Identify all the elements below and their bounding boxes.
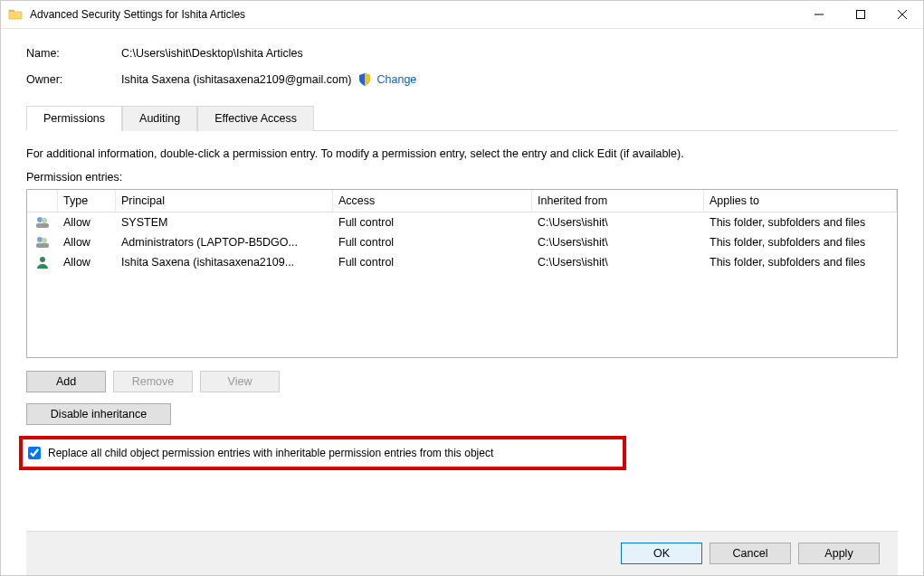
tab-effective-access[interactable]: Effective Access xyxy=(197,106,314,131)
table-row[interactable]: AllowSYSTEMFull controlC:\Users\ishit\Th… xyxy=(27,212,897,232)
instruction-text: For additional information, double-click… xyxy=(26,147,898,160)
replace-child-entries-checkbox[interactable] xyxy=(28,447,41,459)
replace-child-entries-label: Replace all child object permission entr… xyxy=(48,447,493,459)
svg-point-7 xyxy=(37,237,43,242)
svg-rect-1 xyxy=(857,11,865,19)
cell-type: Allow xyxy=(58,256,116,269)
replace-child-entries-highlight: Replace all child object permission entr… xyxy=(19,436,626,470)
cell-access: Full control xyxy=(333,216,532,229)
window-controls xyxy=(798,1,923,28)
minimize-button[interactable] xyxy=(798,1,840,28)
tab-label: Auditing xyxy=(139,112,180,125)
button-label: Add xyxy=(56,375,76,388)
change-owner-link[interactable]: Change xyxy=(377,73,417,86)
disable-inheritance-button[interactable]: Disable inheritance xyxy=(26,403,171,425)
cancel-button[interactable]: Cancel xyxy=(710,543,791,564)
cell-principal: Administrators (LAPTOP-B5DGO... xyxy=(116,236,333,249)
cell-access: Full control xyxy=(333,236,532,249)
svg-rect-6 xyxy=(36,223,49,228)
group-icon xyxy=(27,215,58,230)
window-title: Advanced Security Settings for Ishita Ar… xyxy=(30,8,798,21)
svg-line-2 xyxy=(898,10,907,19)
maximize-button[interactable] xyxy=(840,1,881,28)
button-label: View xyxy=(228,375,252,388)
permission-entries-label: Permission entries: xyxy=(26,171,898,184)
col-applies[interactable]: Applies to xyxy=(704,190,897,212)
view-button: View xyxy=(200,371,280,392)
cell-type: Allow xyxy=(58,236,116,249)
cell-applies: This folder, subfolders and files xyxy=(704,216,897,229)
svg-point-4 xyxy=(37,217,43,222)
shield-icon xyxy=(357,72,372,87)
owner-value: Ishita Saxena (ishitasaxena2109@gmail.co… xyxy=(121,73,352,86)
tabstrip: Permissions Auditing Effective Access xyxy=(26,105,898,131)
add-button[interactable]: Add xyxy=(26,371,106,392)
cell-type: Allow xyxy=(58,216,116,229)
button-label: Apply xyxy=(824,547,853,560)
close-button[interactable] xyxy=(881,1,923,28)
cell-principal: Ishita Saxena (ishitasaxena2109... xyxy=(116,256,333,269)
permission-entries-list[interactable]: Type Principal Access Inherited from App… xyxy=(26,189,898,358)
tab-label: Effective Access xyxy=(214,112,297,125)
tab-auditing[interactable]: Auditing xyxy=(122,106,197,131)
col-inherited[interactable]: Inherited from xyxy=(532,190,704,212)
name-row: Name: C:\Users\ishit\Desktop\Ishita Arti… xyxy=(26,47,898,60)
svg-point-8 xyxy=(42,238,47,243)
cell-inherited: C:\Users\ishit\ xyxy=(532,216,704,229)
tab-label: Permissions xyxy=(43,112,105,125)
table-row[interactable]: AllowAdministrators (LAPTOP-B5DGO...Full… xyxy=(27,232,897,252)
svg-rect-9 xyxy=(36,243,49,248)
owner-row: Owner: Ishita Saxena (ishitasaxena2109@g… xyxy=(26,72,898,87)
name-value: C:\Users\ishit\Desktop\Ishita Articles xyxy=(121,47,303,60)
name-label: Name: xyxy=(26,47,121,60)
svg-point-10 xyxy=(40,257,45,262)
svg-line-3 xyxy=(898,10,907,19)
apply-button[interactable]: Apply xyxy=(798,543,880,564)
ok-button[interactable]: OK xyxy=(621,543,702,564)
cell-access: Full control xyxy=(333,256,532,269)
col-principal[interactable]: Principal xyxy=(116,190,333,212)
cell-inherited: C:\Users\ishit\ xyxy=(532,256,704,269)
table-row[interactable]: AllowIshita Saxena (ishitasaxena2109...F… xyxy=(27,252,897,272)
permission-header-row: Type Principal Access Inherited from App… xyxy=(27,190,897,212)
group-icon xyxy=(27,235,58,250)
permission-buttons: Add Remove View xyxy=(26,371,898,392)
user-icon xyxy=(27,255,58,269)
dialog-body: Name: C:\Users\ishit\Desktop\Ishita Arti… xyxy=(1,29,923,575)
titlebar: Advanced Security Settings for Ishita Ar… xyxy=(1,1,923,29)
cell-applies: This folder, subfolders and files xyxy=(704,236,897,249)
inheritance-row: Disable inheritance xyxy=(26,403,898,425)
tab-permissions[interactable]: Permissions xyxy=(26,106,122,131)
button-label: OK xyxy=(653,547,670,560)
remove-button: Remove xyxy=(113,371,193,392)
cell-applies: This folder, subfolders and files xyxy=(704,256,897,269)
button-label: Disable inheritance xyxy=(51,408,147,420)
advanced-security-window: Advanced Security Settings for Ishita Ar… xyxy=(0,0,924,576)
button-label: Cancel xyxy=(733,547,768,560)
col-access[interactable]: Access xyxy=(333,190,532,212)
cell-principal: SYSTEM xyxy=(116,216,333,229)
col-icon[interactable] xyxy=(27,190,58,212)
cell-inherited: C:\Users\ishit\ xyxy=(532,236,704,249)
svg-point-5 xyxy=(42,218,47,223)
folder-icon xyxy=(8,7,23,22)
button-label: Remove xyxy=(132,375,175,388)
dialog-footer: OK Cancel Apply xyxy=(26,531,898,575)
owner-label: Owner: xyxy=(26,73,121,86)
col-type[interactable]: Type xyxy=(58,190,116,212)
